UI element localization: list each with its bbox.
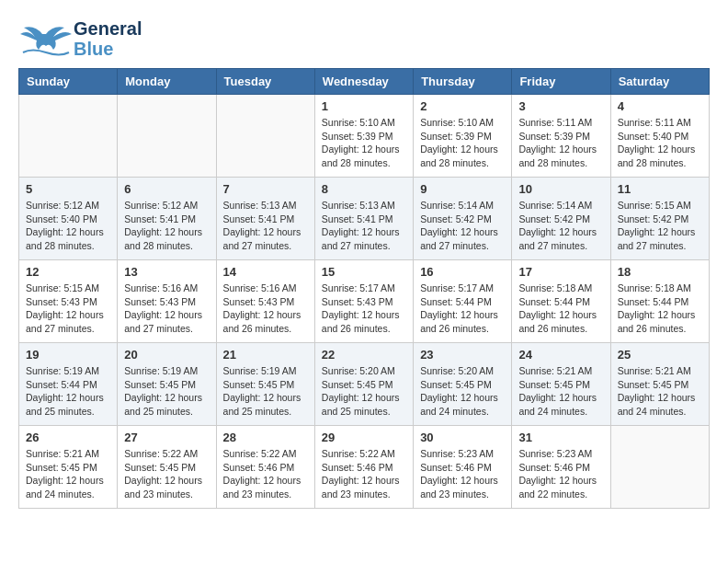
- day-number: 4: [618, 99, 702, 113]
- day-info: Sunrise: 5:22 AM Sunset: 5:45 PM Dayligh…: [124, 447, 209, 501]
- calendar-cell: 3Sunrise: 5:11 AM Sunset: 5:39 PM Daylig…: [512, 95, 610, 178]
- calendar-cell: 10Sunrise: 5:14 AM Sunset: 5:42 PM Dayli…: [512, 178, 610, 260]
- calendar-cell: 12Sunrise: 5:15 AM Sunset: 5:43 PM Dayli…: [19, 260, 118, 343]
- day-number: 18: [618, 265, 702, 279]
- calendar-cell: 21Sunrise: 5:19 AM Sunset: 5:45 PM Dayli…: [216, 343, 314, 426]
- day-number: 23: [420, 348, 505, 362]
- day-info: Sunrise: 5:21 AM Sunset: 5:45 PM Dayligh…: [26, 447, 110, 501]
- day-info: Sunrise: 5:19 AM Sunset: 5:45 PM Dayligh…: [223, 364, 308, 419]
- day-info: Sunrise: 5:10 AM Sunset: 5:39 PM Dayligh…: [420, 116, 505, 170]
- day-number: 30: [420, 431, 505, 444]
- calendar-cell: 13Sunrise: 5:16 AM Sunset: 5:43 PM Dayli…: [118, 260, 216, 343]
- day-info: Sunrise: 5:18 AM Sunset: 5:44 PM Dayligh…: [618, 282, 702, 336]
- column-header-thursday: Thursday: [414, 69, 512, 95]
- calendar-cell: 18Sunrise: 5:18 AM Sunset: 5:44 PM Dayli…: [610, 260, 709, 343]
- day-info: Sunrise: 5:23 AM Sunset: 5:46 PM Dayligh…: [518, 447, 603, 501]
- day-number: 3: [518, 99, 603, 113]
- day-info: Sunrise: 5:13 AM Sunset: 5:41 PM Dayligh…: [322, 199, 406, 253]
- calendar-header-row: SundayMondayTuesdayWednesdayThursdayFrid…: [19, 69, 710, 95]
- day-info: Sunrise: 5:14 AM Sunset: 5:42 PM Dayligh…: [420, 199, 505, 253]
- calendar-cell: 8Sunrise: 5:13 AM Sunset: 5:41 PM Daylig…: [314, 178, 413, 260]
- day-info: Sunrise: 5:11 AM Sunset: 5:39 PM Dayligh…: [518, 116, 603, 170]
- day-number: 7: [223, 182, 308, 196]
- day-number: 26: [26, 431, 110, 444]
- day-number: 11: [618, 182, 702, 196]
- day-info: Sunrise: 5:17 AM Sunset: 5:44 PM Dayligh…: [420, 282, 505, 336]
- day-number: 29: [322, 431, 406, 444]
- calendar-table: SundayMondayTuesdayWednesdayThursdayFrid…: [18, 68, 710, 509]
- calendar-cell: 16Sunrise: 5:17 AM Sunset: 5:44 PM Dayli…: [414, 260, 512, 343]
- calendar-cell: 27Sunrise: 5:22 AM Sunset: 5:45 PM Dayli…: [118, 426, 216, 509]
- calendar-cell: 29Sunrise: 5:22 AM Sunset: 5:46 PM Dayli…: [314, 426, 413, 509]
- calendar-cell: 6Sunrise: 5:12 AM Sunset: 5:41 PM Daylig…: [118, 178, 216, 260]
- calendar-cell: 28Sunrise: 5:22 AM Sunset: 5:46 PM Dayli…: [216, 426, 314, 509]
- calendar-cell: 4Sunrise: 5:11 AM Sunset: 5:40 PM Daylig…: [610, 95, 709, 178]
- calendar-week-5: 26Sunrise: 5:21 AM Sunset: 5:45 PM Dayli…: [19, 426, 710, 509]
- day-number: 24: [518, 348, 603, 362]
- calendar-cell: 20Sunrise: 5:19 AM Sunset: 5:45 PM Dayli…: [118, 343, 216, 426]
- calendar-cell: 2Sunrise: 5:10 AM Sunset: 5:39 PM Daylig…: [414, 95, 512, 178]
- calendar-week-4: 19Sunrise: 5:19 AM Sunset: 5:44 PM Dayli…: [19, 343, 710, 426]
- calendar-cell: 23Sunrise: 5:20 AM Sunset: 5:45 PM Dayli…: [414, 343, 512, 426]
- day-number: 28: [223, 431, 308, 444]
- day-info: Sunrise: 5:17 AM Sunset: 5:43 PM Dayligh…: [322, 282, 406, 336]
- day-info: Sunrise: 5:16 AM Sunset: 5:43 PM Dayligh…: [124, 282, 209, 336]
- column-header-tuesday: Tuesday: [216, 69, 314, 95]
- day-info: Sunrise: 5:12 AM Sunset: 5:40 PM Dayligh…: [26, 199, 110, 253]
- day-number: 10: [518, 182, 603, 196]
- day-number: 27: [124, 431, 209, 444]
- day-number: 5: [26, 182, 110, 196]
- calendar-cell: 5Sunrise: 5:12 AM Sunset: 5:40 PM Daylig…: [19, 178, 118, 260]
- day-info: Sunrise: 5:15 AM Sunset: 5:43 PM Dayligh…: [26, 282, 110, 336]
- logo: General Blue: [18, 18, 142, 59]
- calendar-cell: 17Sunrise: 5:18 AM Sunset: 5:44 PM Dayli…: [512, 260, 610, 343]
- day-number: 9: [420, 182, 505, 196]
- calendar-cell: 9Sunrise: 5:14 AM Sunset: 5:42 PM Daylig…: [414, 178, 512, 260]
- day-info: Sunrise: 5:19 AM Sunset: 5:45 PM Dayligh…: [124, 364, 209, 419]
- day-info: Sunrise: 5:21 AM Sunset: 5:45 PM Dayligh…: [618, 364, 702, 419]
- column-header-monday: Monday: [118, 69, 216, 95]
- day-number: 2: [420, 99, 505, 113]
- column-header-wednesday: Wednesday: [314, 69, 413, 95]
- calendar-cell: 7Sunrise: 5:13 AM Sunset: 5:41 PM Daylig…: [216, 178, 314, 260]
- day-number: 17: [518, 265, 603, 279]
- day-number: 21: [223, 348, 308, 362]
- day-info: Sunrise: 5:23 AM Sunset: 5:46 PM Dayligh…: [420, 447, 505, 501]
- calendar-cell: [19, 95, 118, 178]
- day-number: 20: [124, 348, 209, 362]
- day-number: 1: [322, 99, 406, 113]
- day-info: Sunrise: 5:12 AM Sunset: 5:41 PM Dayligh…: [124, 199, 209, 253]
- day-number: 15: [322, 265, 406, 279]
- column-header-sunday: Sunday: [19, 69, 118, 95]
- day-info: Sunrise: 5:13 AM Sunset: 5:41 PM Dayligh…: [223, 199, 308, 253]
- day-number: 16: [420, 265, 505, 279]
- day-number: 31: [518, 431, 603, 444]
- column-header-saturday: Saturday: [610, 69, 709, 95]
- day-info: Sunrise: 5:15 AM Sunset: 5:42 PM Dayligh…: [618, 199, 702, 253]
- calendar-cell: 14Sunrise: 5:16 AM Sunset: 5:43 PM Dayli…: [216, 260, 314, 343]
- calendar-cell: 11Sunrise: 5:15 AM Sunset: 5:42 PM Dayli…: [610, 178, 709, 260]
- day-info: Sunrise: 5:21 AM Sunset: 5:45 PM Dayligh…: [518, 364, 603, 419]
- calendar-cell: 15Sunrise: 5:17 AM Sunset: 5:43 PM Dayli…: [314, 260, 413, 343]
- day-number: 6: [124, 182, 209, 196]
- calendar-cell: [610, 426, 709, 509]
- day-number: 13: [124, 265, 209, 279]
- calendar-cell: 31Sunrise: 5:23 AM Sunset: 5:46 PM Dayli…: [512, 426, 610, 509]
- calendar-cell: 26Sunrise: 5:21 AM Sunset: 5:45 PM Dayli…: [19, 426, 118, 509]
- column-header-friday: Friday: [512, 69, 610, 95]
- logo-icon: [18, 20, 74, 57]
- day-info: Sunrise: 5:14 AM Sunset: 5:42 PM Dayligh…: [518, 199, 603, 253]
- day-info: Sunrise: 5:22 AM Sunset: 5:46 PM Dayligh…: [322, 447, 406, 501]
- day-info: Sunrise: 5:18 AM Sunset: 5:44 PM Dayligh…: [518, 282, 603, 336]
- day-info: Sunrise: 5:20 AM Sunset: 5:45 PM Dayligh…: [322, 364, 406, 419]
- day-info: Sunrise: 5:22 AM Sunset: 5:46 PM Dayligh…: [223, 447, 308, 501]
- calendar-cell: 24Sunrise: 5:21 AM Sunset: 5:45 PM Dayli…: [512, 343, 610, 426]
- calendar-cell: [118, 95, 216, 178]
- calendar-cell: 22Sunrise: 5:20 AM Sunset: 5:45 PM Dayli…: [314, 343, 413, 426]
- day-info: Sunrise: 5:19 AM Sunset: 5:44 PM Dayligh…: [26, 364, 110, 419]
- calendar-cell: 30Sunrise: 5:23 AM Sunset: 5:46 PM Dayli…: [414, 426, 512, 509]
- day-number: 14: [223, 265, 308, 279]
- calendar-week-1: 1Sunrise: 5:10 AM Sunset: 5:39 PM Daylig…: [19, 95, 710, 178]
- day-number: 12: [26, 265, 110, 279]
- calendar-cell: 1Sunrise: 5:10 AM Sunset: 5:39 PM Daylig…: [314, 95, 413, 178]
